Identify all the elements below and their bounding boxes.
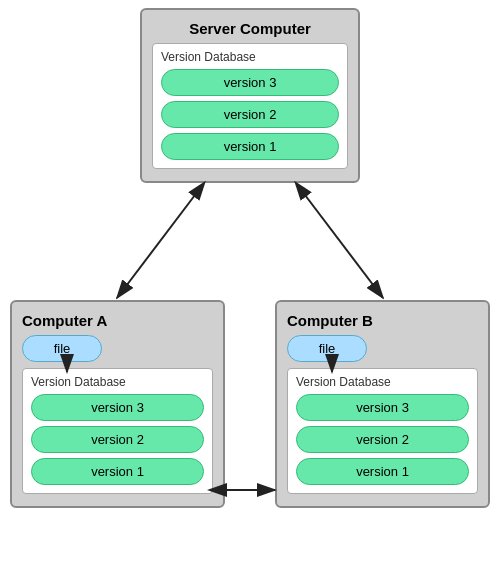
computer-a-file: file xyxy=(22,335,102,362)
server-title: Server Computer xyxy=(152,20,348,37)
computer-b-db-box: Version Database version 3 version 2 ver… xyxy=(287,368,478,494)
server-db-box: Version Database version 3 version 2 ver… xyxy=(152,43,348,169)
computer-a-db-label: Version Database xyxy=(31,375,204,389)
computer-a-version-2: version 2 xyxy=(31,426,204,453)
computer-b-title: Computer B xyxy=(287,312,478,329)
server-computer-box: Server Computer Version Database version… xyxy=(140,8,360,183)
computer-a-box: Computer A file Version Database version… xyxy=(10,300,225,508)
computer-a-version-1: version 1 xyxy=(31,458,204,485)
computer-b-version-3: version 3 xyxy=(296,394,469,421)
computer-b-db-label: Version Database xyxy=(296,375,469,389)
server-version-3: version 3 xyxy=(161,69,339,96)
computer-b-version-2: version 2 xyxy=(296,426,469,453)
computer-a-version-3: version 3 xyxy=(31,394,204,421)
computer-b-box: Computer B file Version Database version… xyxy=(275,300,490,508)
computer-a-db-box: Version Database version 3 version 2 ver… xyxy=(22,368,213,494)
server-version-2: version 2 xyxy=(161,101,339,128)
arrow-server-to-a xyxy=(117,195,195,298)
diagram: Server Computer Version Database version… xyxy=(0,0,500,563)
computer-a-title: Computer A xyxy=(22,312,213,329)
computer-b-version-1: version 1 xyxy=(296,458,469,485)
arrow-server-to-b xyxy=(305,195,383,298)
computer-b-file: file xyxy=(287,335,367,362)
server-version-1: version 1 xyxy=(161,133,339,160)
server-db-label: Version Database xyxy=(161,50,339,64)
